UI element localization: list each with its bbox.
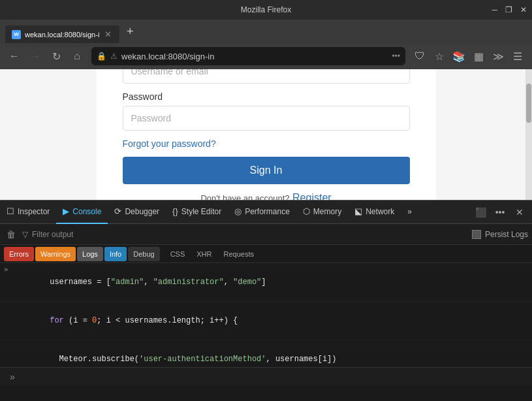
dock-btn[interactable]: ⬛ — [472, 204, 489, 221]
forward-btn[interactable]: → — [26, 47, 44, 65]
login-form: Password Forgot your password? Sign In D… — [97, 69, 436, 200]
devtools-actions: ⬛ ••• ✕ — [468, 204, 532, 221]
browser-tab[interactable]: W wekan.local:8080/sign-i ✕ — [5, 25, 119, 43]
console-code: for (i = 0; i < usernames.length; i++) { — [12, 303, 528, 338]
security-icon: 🔒 — [97, 52, 106, 61]
inspector-label: Inspector — [18, 207, 50, 216]
nav-right: 🛡 ☆ 📚 ▦ ≫ ☰ — [411, 47, 527, 65]
log-level-css[interactable]: CSS — [165, 247, 191, 261]
log-level-debug[interactable]: Debug — [128, 247, 159, 261]
performance-icon: ◎ — [234, 206, 242, 216]
log-level-requests[interactable]: Requests — [219, 247, 259, 261]
console-code: Meteor.subscribe('user-authenticationMet… — [12, 342, 528, 367]
style-editor-icon: {} — [172, 206, 178, 216]
maximize-btn[interactable]: ❐ — [505, 5, 512, 14]
scrollbar[interactable] — [525, 69, 532, 200]
devtool-btn-console[interactable]: ▶ Console — [56, 200, 108, 224]
console-label: Console — [72, 207, 101, 216]
username-group — [123, 69, 410, 84]
forgot-password-link[interactable]: Forgot your password? — [123, 138, 216, 149]
filter-placeholder: Filter output — [32, 230, 73, 239]
scrollbar-thumb — [526, 84, 531, 123]
log-levels: Errors Warnings Logs Info Debug CSS XHR … — [0, 245, 532, 263]
log-level-xhr[interactable]: XHR — [191, 247, 217, 261]
memory-label: Memory — [313, 207, 341, 216]
performance-label: Performance — [245, 207, 290, 216]
sidebar-btn[interactable]: ▦ — [469, 47, 488, 65]
menu-btn[interactable]: ☰ — [509, 47, 527, 65]
chevron-btn[interactable]: » — [5, 370, 20, 384]
devtool-btn-memory[interactable]: ⬡ Memory — [296, 200, 348, 224]
more-tools-icon: » — [407, 207, 412, 216]
devtool-btn-more[interactable]: » — [401, 200, 418, 224]
shield-btn[interactable]: 🛡 — [411, 47, 429, 65]
titlebar-controls: ─ ❐ ✕ — [492, 5, 527, 14]
address-bar[interactable]: 🔒 ⚠ wekan.local:8080/sign-in ••• — [91, 47, 405, 65]
titlebar: Mozilla Firefox ─ ❐ ✕ — [0, 0, 532, 20]
tabbar: W wekan.local:8080/sign-i ✕ + — [0, 20, 532, 43]
persist-logs-checkbox[interactable] — [472, 230, 481, 239]
filter-input-wrap: ▽ Filter output — [22, 230, 468, 239]
tab-favicon: W — [12, 30, 21, 39]
devtools-toolbar: ☐ Inspector ▶ Console ⟳ Debugger {} Styl… — [0, 200, 532, 224]
new-tab-btn[interactable]: + — [121, 22, 139, 40]
persist-logs-label: Persist Logs — [485, 230, 528, 239]
back-btn[interactable]: ← — [5, 47, 23, 65]
devtools-more-btn[interactable]: ••• — [492, 204, 509, 221]
signin-button[interactable]: Sign In — [123, 157, 410, 184]
home-btn[interactable]: ⌂ — [68, 47, 86, 65]
inspector-icon: ☐ — [7, 206, 14, 216]
input-arrow: » — [4, 266, 8, 274]
url-text: wekan.local:8080/sign-in — [121, 52, 388, 61]
library-btn[interactable]: 📚 — [450, 47, 468, 65]
filter-icon: ▽ — [22, 230, 28, 239]
log-level-errors[interactable]: Errors — [4, 247, 34, 261]
console-line: » Meteor.subscribe('user-authenticationM… — [0, 340, 532, 367]
console-output[interactable]: » usernames = ["admin", "administrator",… — [0, 263, 532, 367]
devtools-tools: ☐ Inspector ▶ Console ⟳ Debugger {} Styl… — [0, 200, 468, 224]
memory-icon: ⬡ — [303, 206, 310, 216]
devtools-close-btn[interactable]: ✕ — [511, 204, 528, 221]
devtools: ☐ Inspector ▶ Console ⟳ Debugger {} Styl… — [0, 200, 532, 385]
navbar: ← → ↻ ⌂ 🔒 ⚠ wekan.local:8080/sign-in •••… — [0, 43, 532, 69]
reload-btn[interactable]: ↻ — [47, 47, 65, 65]
persist-logs: Persist Logs — [472, 230, 528, 239]
password-group: Password — [123, 91, 410, 131]
bookmark-btn[interactable]: ☆ — [430, 47, 448, 65]
debugger-icon: ⟳ — [114, 206, 121, 216]
network-icon: ⬕ — [354, 206, 362, 216]
username-input[interactable] — [123, 69, 410, 84]
minimize-btn[interactable]: ─ — [492, 5, 497, 14]
tab-label: wekan.local:8080/sign-i — [25, 31, 99, 39]
devtool-btn-style-editor[interactable]: {} Style Editor — [166, 200, 228, 224]
tab-close-btn[interactable]: ✕ — [103, 29, 113, 39]
network-label: Network — [366, 207, 394, 216]
close-btn[interactable]: ✕ — [520, 5, 527, 14]
log-level-warnings[interactable]: Warnings — [35, 247, 76, 261]
warning-icon: ⚠ — [110, 52, 117, 61]
console-code: usernames = ["admin", "administrator", "… — [12, 265, 528, 300]
devtool-btn-inspector[interactable]: ☐ Inspector — [0, 200, 56, 224]
register-text: Don't have an account? Register — [200, 192, 331, 200]
address-icons: ••• — [392, 52, 400, 61]
more-tools-btn[interactable]: ≫ — [489, 47, 507, 65]
console-icon: ▶ — [63, 206, 69, 216]
address-more-icon[interactable]: ••• — [392, 52, 400, 61]
filter-bar: 🗑 ▽ Filter output Persist Logs — [0, 224, 532, 245]
log-level-logs[interactable]: Logs — [77, 247, 103, 261]
log-level-info[interactable]: Info — [104, 247, 127, 261]
devtool-btn-debugger[interactable]: ⟳ Debugger — [108, 200, 166, 224]
browser-content: Password Forgot your password? Sign In D… — [0, 69, 532, 200]
style-editor-label: Style Editor — [181, 207, 221, 216]
password-label: Password — [123, 91, 410, 102]
debugger-label: Debugger — [125, 207, 159, 216]
devtools-bottom: » — [0, 367, 532, 385]
console-line: » usernames = ["admin", "administrator",… — [0, 263, 532, 302]
devtool-btn-network[interactable]: ⬕ Network — [348, 200, 401, 224]
register-link[interactable]: Register — [292, 192, 332, 200]
console-line: » for (i = 0; i < usernames.length; i++)… — [0, 302, 532, 340]
password-input[interactable] — [123, 106, 410, 131]
devtool-btn-performance[interactable]: ◎ Performance — [228, 200, 296, 224]
titlebar-title: Mozilla Firefox — [241, 5, 291, 14]
filter-clear-btn[interactable]: 🗑 — [4, 227, 18, 242]
